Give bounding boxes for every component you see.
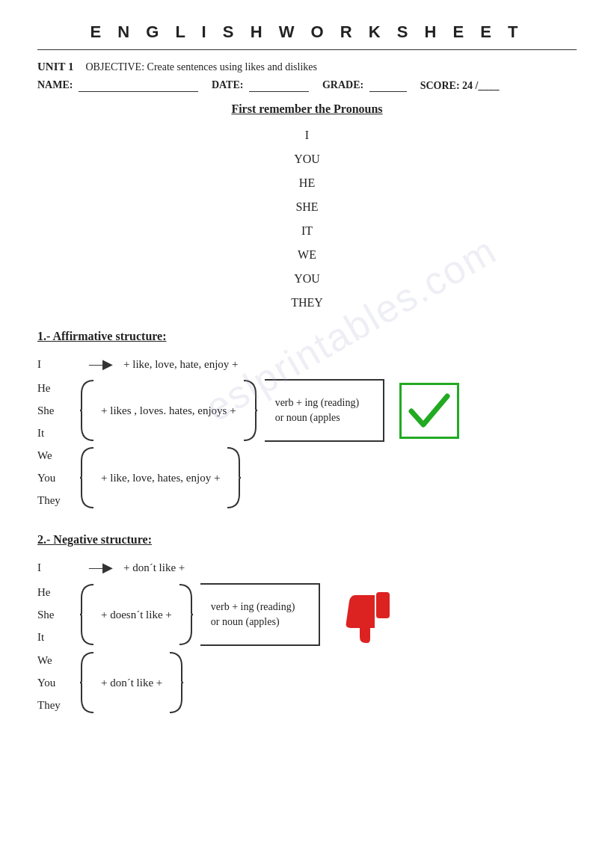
date-field[interactable] [249,79,309,92]
name-label: NAME: [37,79,73,90]
pronoun-he-aff: He [37,378,79,398]
pronouns-title: First remember the Pronouns [37,102,577,116]
neg-group2: We You They + don´t like + [37,650,577,715]
unit-line: UNIT 1 OBJECTIVE: Create sentences using… [37,61,577,73]
neg-row-i: I —▶ + don´t like + [37,557,577,578]
thumbsdown-icon [340,585,396,644]
pronoun-you-aff: You [37,467,79,488]
thumbsdown-box [335,581,402,648]
pronoun-i-neg: I [37,561,79,574]
neg-group1: He She It + doesn´t like + verb + ing (r… [37,581,577,648]
aff-group1: He She It + likes , loves. hates, enjoys… [37,378,577,443]
pronoun-we-aff: We [37,445,79,466]
pronoun-it-aff: It [37,422,79,443]
brace-hsi-neg [79,583,95,646]
pronouns-list: I YOU HE SHE IT WE YOU THEY [37,123,577,315]
pronouns-wyt-neg: We You They [37,650,79,715]
rule-box-neg: verb + ing (reading) or noun (apples) [200,583,320,646]
objective-text: OBJECTIVE: Create sentences using likes … [86,61,318,73]
verb-i-neg: + don´t like + [123,561,185,574]
pronoun-you-neg: You [37,672,79,693]
pronouns-hsi-neg: He She It [37,582,79,647]
verb-hsi-aff: + likes , loves. hates, enjoys + [95,404,236,417]
date-label: DATE: [212,79,244,90]
rule-line2-aff: or noun (apples [275,412,372,424]
info-line: NAME: DATE: GRADE: SCORE: 24 /____ [37,79,577,92]
negative-title: 2.- Negative structure: [37,533,577,547]
rule-line1-neg: verb + ing (reading) [211,601,308,613]
verb-wyt-aff: + like, love, hates, enjoy + [95,472,220,484]
pronoun-YOU2: YOU [37,267,577,291]
pronoun-I: I [37,123,577,147]
score-text: SCORE: 24 /____ [420,80,500,92]
name-field[interactable] [79,79,198,92]
divider [37,49,577,50]
pronoun-i-aff: I [37,358,79,371]
arrow-i-neg: —▶ [79,559,123,576]
pronoun-they-aff: They [37,490,79,511]
brace-right-hsi-neg [178,583,194,646]
aff-group2: We You They + like, love, hates, enjoy + [37,445,577,511]
rule-line1-aff: verb + ing (reading) [275,397,372,409]
pronoun-THEY: THEY [37,291,577,315]
checkmark-icon [407,390,452,431]
brace-right-hsi-aff [242,379,259,442]
pronoun-they-neg: They [37,695,79,715]
pronoun-she-neg: She [37,604,79,625]
arrow-i-aff: —▶ [79,356,123,372]
svg-rect-0 [376,592,390,618]
pronoun-it-neg: It [37,627,79,647]
pronoun-IT: IT [37,219,577,243]
rule-box-aff: verb + ing (reading) or noun (apples [265,379,384,442]
brace-wyt-aff [79,446,95,509]
unit-label: UNIT 1 [37,61,74,73]
pronouns-hsi: He She It [37,378,79,443]
pronoun-WE: WE [37,243,577,267]
pronoun-we-neg: We [37,650,79,671]
page-title: E N G L I S H W O R K S H E E T [37,22,577,42]
verb-wyt-neg: + don´t like + [95,677,162,689]
brace-right-wyt-aff [226,446,242,509]
verb-i-aff: + like, love, hate, enjoy + [123,358,239,371]
pronoun-SHE: SHE [37,195,577,219]
affirmative-title: 1.- Affirmative structure: [37,330,577,343]
checkmark-box [399,383,459,439]
brace-right-wyt-neg [168,651,185,714]
pronoun-YOU1: YOU [37,147,577,171]
grade-label: GRADE: [322,79,363,90]
pronoun-she-aff: She [37,400,79,421]
verb-hsi-neg: + doesn´t like + [95,609,172,621]
pronouns-wyt-aff: We You They [37,445,79,511]
pronoun-HE: HE [37,171,577,195]
brace-wyt-neg [79,651,95,714]
pronoun-he-neg: He [37,582,79,603]
aff-row-i: I —▶ + like, love, hate, enjoy + [37,354,577,375]
grade-field[interactable] [369,79,407,92]
rule-line2-neg: or noun (apples) [211,616,308,628]
brace-hsi-aff [79,379,95,442]
